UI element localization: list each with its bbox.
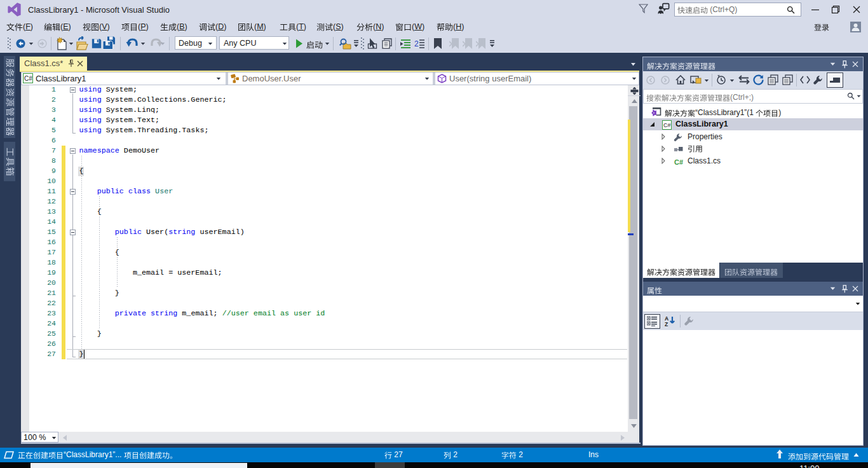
svg-text:Z: Z <box>665 321 668 327</box>
svg-text:C#: C# <box>674 158 683 166</box>
svg-text:C#: C# <box>663 122 671 128</box>
svg-text:2: 2 <box>414 39 419 48</box>
svg-text:C#: C# <box>24 75 32 82</box>
